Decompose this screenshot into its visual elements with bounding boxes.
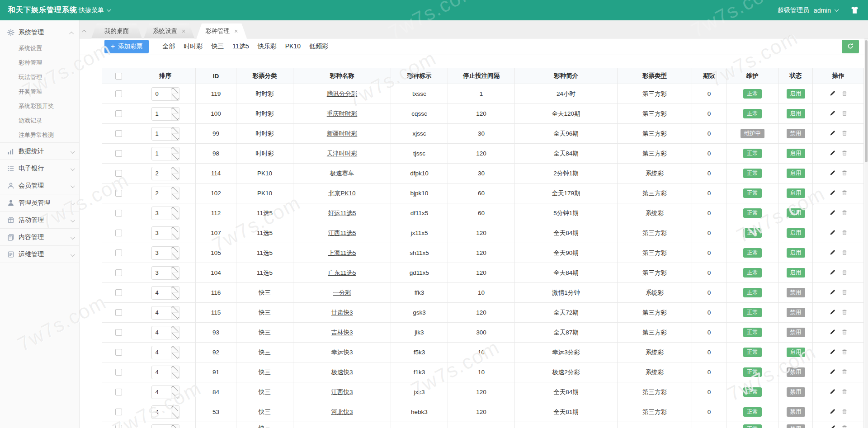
sidebar-item-activity-management[interactable]: 活动管理 bbox=[0, 211, 79, 228]
delete-icon[interactable] bbox=[841, 408, 848, 415]
spinner-down-button[interactable] bbox=[171, 253, 179, 259]
sort-spinner[interactable]: 2 bbox=[151, 187, 179, 200]
row-checkbox[interactable] bbox=[115, 409, 122, 415]
lottery-name-link[interactable]: 重庆时时彩 bbox=[327, 110, 358, 117]
status-badge[interactable]: 启用 bbox=[787, 188, 805, 198]
edit-icon[interactable] bbox=[829, 408, 836, 415]
lottery-name-link[interactable]: 腾讯分分彩 bbox=[327, 90, 358, 97]
user-menu-button[interactable]: admin bbox=[814, 7, 838, 14]
row-checkbox[interactable] bbox=[115, 369, 122, 376]
lottery-name-link[interactable]: 甘肃快3 bbox=[331, 309, 353, 316]
spinner-down-button[interactable] bbox=[171, 213, 179, 220]
status-badge[interactable]: 正常 bbox=[743, 89, 762, 99]
row-checkbox[interactable] bbox=[115, 210, 122, 216]
delete-icon[interactable] bbox=[841, 150, 848, 156]
spinner-up-button[interactable] bbox=[171, 326, 179, 333]
row-checkbox[interactable] bbox=[115, 425, 122, 428]
sort-spinner[interactable]: 3 bbox=[151, 246, 179, 260]
tab-system-settings[interactable]: 系统设置× bbox=[144, 24, 194, 38]
edit-icon[interactable] bbox=[829, 189, 836, 196]
sort-spinner[interactable]: 3 bbox=[151, 226, 179, 240]
quick-menu-button[interactable]: + 快捷菜单 bbox=[71, 6, 110, 14]
lottery-name-link[interactable]: 幸运快3 bbox=[331, 349, 353, 356]
sidebar-item-system-management[interactable]: 系统管理 bbox=[0, 24, 79, 41]
spinner-up-button[interactable] bbox=[171, 306, 179, 313]
status-badge[interactable]: 启用 bbox=[787, 109, 805, 118]
sort-spinner[interactable]: 4 bbox=[151, 405, 179, 419]
spinner-up-button[interactable] bbox=[171, 425, 179, 428]
edit-icon[interactable] bbox=[829, 329, 836, 335]
filter-link-5[interactable]: PK10 bbox=[285, 42, 301, 51]
sidebar-item-e-bank[interactable]: 电子银行 bbox=[0, 160, 79, 177]
status-badge[interactable]: 启用 bbox=[787, 268, 805, 277]
delete-icon[interactable] bbox=[841, 229, 848, 236]
spinner-down-button[interactable] bbox=[171, 392, 179, 399]
lottery-name-link[interactable]: 北京PK10 bbox=[328, 190, 355, 197]
close-icon[interactable]: × bbox=[234, 28, 238, 34]
sort-spinner[interactable]: 4 bbox=[151, 424, 179, 428]
delete-icon[interactable] bbox=[841, 368, 848, 375]
status-badge[interactable]: 正常 bbox=[743, 387, 762, 397]
spinner-down-button[interactable] bbox=[171, 133, 179, 140]
status-badge[interactable]: 正常 bbox=[743, 367, 762, 377]
row-checkbox[interactable] bbox=[115, 309, 122, 316]
status-badge[interactable]: 禁用 bbox=[787, 308, 805, 317]
sidebar-item-ops-management[interactable]: 运维管理 bbox=[0, 245, 79, 263]
row-checkbox[interactable] bbox=[115, 110, 122, 117]
sidebar-subitem-system-lottery-predraw[interactable]: 系统彩预开奖 bbox=[0, 99, 79, 113]
status-badge[interactable]: 维护中 bbox=[741, 129, 765, 138]
filter-link-1[interactable]: 时时彩 bbox=[184, 42, 203, 51]
delete-icon[interactable] bbox=[841, 130, 848, 136]
edit-icon[interactable] bbox=[829, 368, 836, 375]
status-badge[interactable]: 正常 bbox=[743, 228, 762, 238]
sort-spinner[interactable]: 3 bbox=[151, 207, 179, 220]
select-all-checkbox[interactable] bbox=[115, 73, 122, 80]
sort-spinner[interactable]: 4 bbox=[151, 286, 179, 300]
spinner-down-button[interactable] bbox=[171, 312, 179, 319]
status-badge[interactable]: 正常 bbox=[743, 348, 762, 357]
spinner-down-button[interactable] bbox=[171, 352, 179, 359]
spinner-down-button[interactable] bbox=[171, 113, 179, 120]
filter-link-6[interactable]: 低频彩 bbox=[309, 42, 328, 51]
sidebar-subitem-lottery-type-management[interactable]: 彩种管理 bbox=[0, 56, 79, 70]
edit-icon[interactable] bbox=[829, 249, 836, 256]
spinner-up-button[interactable] bbox=[171, 346, 179, 353]
edit-icon[interactable] bbox=[829, 209, 836, 216]
sidebar-subitem-system-settings[interactable]: 系统设置 bbox=[0, 41, 79, 56]
status-badge[interactable]: 正常 bbox=[743, 248, 762, 258]
sort-spinner[interactable]: 4 bbox=[151, 366, 179, 379]
spinner-down-button[interactable] bbox=[171, 332, 179, 339]
status-badge[interactable]: 禁用 bbox=[787, 328, 805, 337]
spinner-up-button[interactable] bbox=[171, 147, 179, 154]
delete-icon[interactable] bbox=[841, 189, 848, 196]
close-icon[interactable]: × bbox=[182, 28, 185, 34]
edit-icon[interactable] bbox=[829, 388, 836, 395]
spinner-up-button[interactable] bbox=[171, 207, 179, 213]
row-checkbox[interactable] bbox=[115, 349, 122, 356]
spinner-up-button[interactable] bbox=[171, 267, 179, 273]
lottery-name-link[interactable]: 江西11选5 bbox=[328, 230, 356, 236]
sort-spinner[interactable]: 4 bbox=[151, 386, 179, 399]
row-checkbox[interactable] bbox=[115, 249, 122, 256]
filter-link-2[interactable]: 快三 bbox=[211, 42, 224, 51]
status-badge[interactable]: 启用 bbox=[787, 169, 805, 178]
spinner-down-button[interactable] bbox=[171, 273, 179, 279]
theme-shirt-icon[interactable] bbox=[850, 6, 859, 14]
status-badge[interactable]: 启用 bbox=[787, 89, 805, 99]
spinner-up-button[interactable] bbox=[171, 406, 179, 412]
delete-icon[interactable] bbox=[841, 209, 848, 216]
spinner-down-button[interactable] bbox=[171, 94, 179, 100]
sort-spinner[interactable]: 4 bbox=[151, 346, 179, 359]
row-checkbox[interactable] bbox=[115, 90, 122, 97]
sidebar-item-member-management[interactable]: 会员管理 bbox=[0, 177, 79, 194]
row-checkbox[interactable] bbox=[115, 130, 122, 137]
spinner-up-button[interactable] bbox=[171, 227, 179, 233]
delete-icon[interactable] bbox=[841, 329, 848, 335]
spinner-down-button[interactable] bbox=[171, 233, 179, 240]
status-badge[interactable]: 正常 bbox=[743, 149, 762, 158]
spinner-up-button[interactable] bbox=[171, 187, 179, 193]
delete-icon[interactable] bbox=[841, 110, 848, 117]
status-badge[interactable]: 正常 bbox=[743, 288, 762, 297]
delete-icon[interactable] bbox=[841, 90, 848, 97]
edit-icon[interactable] bbox=[829, 150, 836, 156]
